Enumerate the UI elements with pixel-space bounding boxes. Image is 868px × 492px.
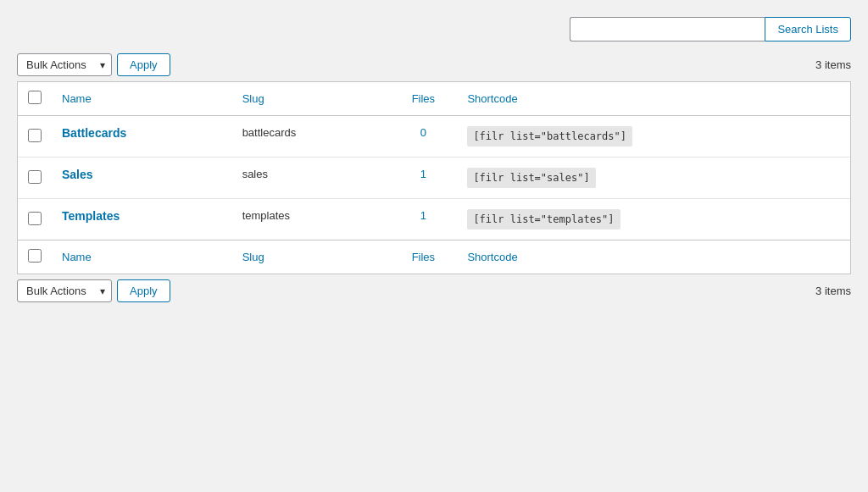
row-files-1: 1	[389, 158, 457, 199]
top-items-count: 3 items	[815, 58, 851, 71]
lists-table-container: Name Slug Files Shortcode Battlecards ba…	[17, 81, 851, 274]
row-checkbox-1[interactable]	[28, 170, 42, 184]
bottom-action-bar: Bulk Actions Apply 3 items	[17, 279, 851, 302]
header-shortcode[interactable]: Shortcode	[457, 82, 850, 116]
lists-table: Name Slug Files Shortcode Battlecards ba…	[18, 82, 850, 274]
row-name-2: Templates	[52, 199, 232, 240]
header-slug[interactable]: Slug	[232, 82, 390, 116]
row-checkbox-cell-1	[18, 158, 52, 199]
bottom-bulk-actions-wrapper: Bulk Actions	[17, 279, 112, 302]
row-shortcode-0: [filr list="battlecards"]	[457, 116, 850, 158]
top-bulk-actions-select[interactable]: Bulk Actions	[17, 53, 112, 76]
row-name-1: Sales	[52, 158, 232, 199]
shortcode-box-0: [filr list="battlecards"]	[467, 126, 632, 146]
top-action-bar: Bulk Actions Apply 3 items	[17, 53, 851, 76]
footer-name[interactable]: Name	[52, 240, 232, 274]
table-row: Templates templates 1 [filr list="templa…	[18, 199, 850, 240]
select-all-footer-checkbox[interactable]	[28, 249, 42, 263]
top-bulk-actions-wrapper: Bulk Actions	[17, 53, 112, 76]
row-checkbox-cell-0	[18, 116, 52, 158]
row-slug-0: battlecards	[232, 116, 390, 158]
row-files-link-2[interactable]: 1	[420, 209, 426, 222]
row-checkbox-2[interactable]	[28, 212, 42, 225]
row-files-link-1[interactable]: 1	[420, 168, 426, 180]
row-name-link-0[interactable]: Battlecards	[62, 126, 126, 140]
top-search-bar: Search Lists	[17, 17, 851, 41]
footer-shortcode[interactable]: Shortcode	[457, 240, 850, 274]
table-row: Battlecards battlecards 0 [filr list="ba…	[18, 116, 850, 158]
footer-checkbox-cell	[18, 240, 52, 274]
row-files-2: 1	[389, 199, 457, 240]
bottom-items-count: 3 items	[815, 285, 851, 297]
row-checkbox-cell-2	[18, 199, 52, 240]
select-all-checkbox[interactable]	[28, 91, 42, 104]
shortcode-box-2: [filr list="templates"]	[467, 209, 620, 229]
search-lists-button[interactable]: Search Lists	[765, 17, 851, 41]
row-slug-1: sales	[232, 158, 390, 199]
table-header-row: Name Slug Files Shortcode	[18, 82, 850, 116]
top-bulk-actions-group: Bulk Actions Apply	[17, 53, 170, 76]
shortcode-box-1: [filr list="sales"]	[467, 168, 595, 188]
row-name-0: Battlecards	[52, 116, 232, 158]
row-name-link-2[interactable]: Templates	[62, 209, 120, 223]
footer-slug[interactable]: Slug	[232, 240, 390, 274]
bottom-bulk-actions-select[interactable]: Bulk Actions	[17, 279, 112, 302]
header-name[interactable]: Name	[52, 82, 232, 116]
search-input[interactable]	[570, 17, 765, 41]
row-shortcode-2: [filr list="templates"]	[457, 199, 850, 240]
row-slug-2: templates	[232, 199, 390, 240]
row-name-link-1[interactable]: Sales	[62, 168, 93, 181]
table-footer-row: Name Slug Files Shortcode	[18, 240, 850, 274]
top-apply-button[interactable]: Apply	[117, 53, 170, 76]
header-files[interactable]: Files	[389, 82, 457, 116]
footer-files[interactable]: Files	[389, 240, 457, 274]
row-files-link-0[interactable]: 0	[420, 126, 426, 139]
header-checkbox-cell	[18, 82, 52, 116]
table-row: Sales sales 1 [filr list="sales"]	[18, 158, 850, 199]
bottom-bulk-actions-group: Bulk Actions Apply	[17, 279, 170, 302]
bottom-apply-button[interactable]: Apply	[117, 279, 170, 302]
row-shortcode-1: [filr list="sales"]	[457, 158, 850, 199]
row-files-0: 0	[389, 116, 457, 158]
row-checkbox-0[interactable]	[28, 129, 42, 142]
